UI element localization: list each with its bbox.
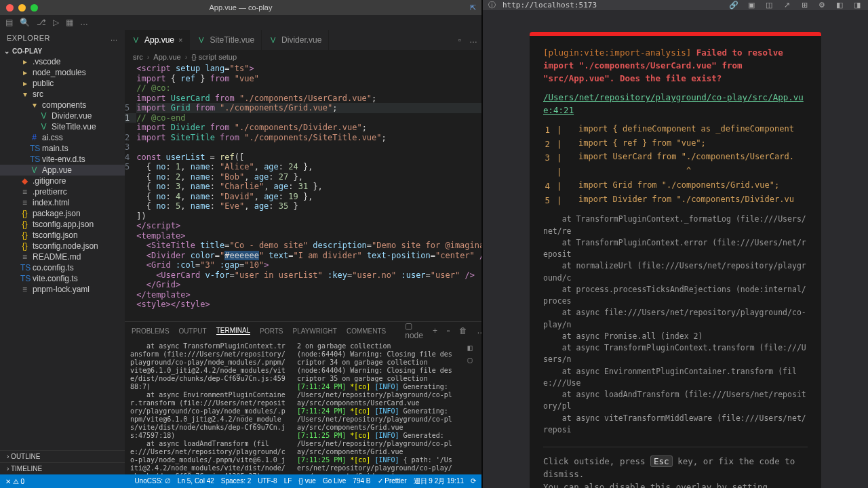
css-icon: # — [30, 133, 39, 142]
tree-item-pnpm-lock-yaml[interactable]: ≡pnpm-lock.yaml — [0, 284, 125, 295]
tree-item-SiteTitle-vue[interactable]: VSiteTitle.vue — [0, 121, 125, 132]
tree-item-public[interactable]: ▸public — [0, 78, 125, 89]
add-terminal-icon[interactable]: + — [433, 326, 437, 336]
tab-SiteTitle-vue[interactable]: VSiteTitle.vue — [190, 30, 262, 50]
status-item[interactable]: Spaces: 2 — [221, 477, 251, 485]
code-body[interactable]: <script setup lang="ts"> import { ref } … — [136, 64, 481, 321]
url-bar[interactable]: http://localhost:5173 — [502, 1, 722, 9]
shell-select[interactable]: ▢ node — [405, 321, 423, 340]
status-item[interactable]: UnoCSS: ∅ — [134, 477, 170, 485]
terminal-split-icon[interactable]: ▢ — [467, 356, 472, 364]
tree-item-tsconfig-json[interactable]: {}tsconfig.json — [0, 230, 125, 241]
branch-icon[interactable]: ⎇ — [37, 18, 46, 27]
layout-icon[interactable]: ⇱ — [470, 3, 481, 12]
tree-item-vite-env-d-ts[interactable]: TSvite-env.d.ts — [0, 154, 125, 165]
extensions-icon[interactable]: ▦ — [66, 18, 73, 27]
layout-right-icon[interactable]: ◨ — [852, 1, 863, 9]
panel-tab-comments[interactable]: COMMENTS — [347, 327, 386, 335]
window-controls[interactable] — [0, 4, 38, 12]
tree-item-src[interactable]: ▾src — [0, 89, 125, 100]
grid-icon[interactable]: ⊞ — [799, 1, 810, 9]
tree-item-node_modules[interactable]: ▸node_modules — [0, 67, 125, 78]
close-window-icon[interactable] — [6, 4, 14, 12]
explorer-panel: EXPLORER … ⌄ CO-PLAY ▸.vscode▸node_modul… — [0, 30, 125, 474]
tree-item-README-md[interactable]: ≡README.md — [0, 251, 125, 262]
status-item[interactable]: 週日 9 2月 19:11 — [414, 477, 464, 485]
tree-item-tsconfig-app-json[interactable]: {}tsconfig.app.json — [0, 219, 125, 230]
status-item[interactable]: LF — [284, 477, 292, 485]
panel-tab-playwright[interactable]: PLAYWRIGHT — [293, 327, 337, 335]
tree-item-tsconfig-node-json[interactable]: {}tsconfig.node.json — [0, 241, 125, 251]
explorer-title: EXPLORER — [7, 34, 50, 42]
titlebar: App.vue — co-play ⇱ — [0, 0, 481, 15]
tree-item-Divider-vue[interactable]: VDivider.vue — [0, 110, 125, 121]
ts-icon: TS — [20, 274, 29, 283]
trash-icon[interactable]: 🗑 — [459, 326, 467, 336]
status-item[interactable]: ⟳ — [471, 477, 476, 485]
vue-icon: V — [30, 165, 39, 175]
status-item[interactable]: UTF-8 — [258, 477, 277, 485]
settings-icon[interactable]: ⚙ — [816, 1, 827, 9]
terminal-output-right[interactable]: 2 on garbage collection (node:64404) War… — [297, 342, 454, 472]
tree-item-index-html[interactable]: ≡index.html — [0, 197, 125, 208]
status-item[interactable]: ✓ Prettier — [378, 477, 407, 485]
maximize-window-icon[interactable] — [31, 4, 38, 12]
git-icon: ◆ — [20, 176, 29, 186]
tree-item-vite-config-ts[interactable]: TSvite.config.ts — [0, 273, 125, 284]
devtools-icon[interactable]: ▣ — [746, 1, 757, 9]
explorer-more-icon[interactable]: … — [111, 34, 119, 42]
tree-item-ai-css[interactable]: #ai.css — [0, 132, 125, 143]
close-icon[interactable]: × — [178, 36, 182, 44]
tab-Divider-vue[interactable]: VDivider.vue — [262, 30, 329, 50]
error-stack: at TransformPluginContext._formatLog (fi… — [543, 214, 808, 436]
breadcrumb[interactable]: src › App.vue › {} script setup — [125, 50, 481, 64]
tree-item-components[interactable]: ▾components — [0, 100, 125, 110]
line-gutter: 5 1 2 3 4 5 — [125, 64, 136, 321]
panel-tab-ports[interactable]: PORTS — [260, 327, 283, 335]
tab-App-vue[interactable]: VApp.vue× — [125, 30, 190, 50]
open-icon[interactable]: ↗ — [781, 1, 792, 9]
more-icon[interactable]: … — [465, 30, 481, 50]
panel-tab-terminal[interactable]: TERMINAL — [216, 327, 251, 335]
status-item[interactable]: 794 B — [353, 477, 370, 485]
outline-section[interactable]: › OUTLINE — [0, 450, 125, 462]
link-icon[interactable]: 🔗 — [728, 1, 739, 9]
status-left[interactable]: ✕ ⚠ 0 — [5, 478, 24, 485]
panel-tab-problems[interactable]: PROBLEMS — [132, 327, 170, 335]
split-terminal-icon[interactable]: ▫ — [447, 326, 450, 336]
project-header[interactable]: ⌄ CO-PLAY — [0, 46, 125, 56]
status-item[interactable]: Ln 5, Col 42 — [178, 477, 214, 485]
browser-pane: ⓘ http://localhost:5173 🔗 ▣ ◫ ↗ ⊞ ⚙ ◧ ◨ … — [481, 0, 868, 488]
info-icon[interactable]: ⓘ — [488, 0, 496, 10]
tree-item-co-config-ts[interactable]: TSco.config.ts — [0, 262, 125, 273]
debug-icon[interactable]: ▷ — [53, 18, 59, 27]
tree-item-main-ts[interactable]: TSmain.ts — [0, 143, 125, 154]
status-item[interactable]: {} vue — [298, 477, 316, 485]
screenshot-icon[interactable]: ◫ — [764, 1, 774, 9]
vscode-window: App.vue — co-play ⇱ ▤ 🔍 ⎇ ▷ ▦ … EXPLORER… — [0, 0, 481, 488]
txt-icon: ≡ — [20, 285, 29, 294]
tree-item--gitignore[interactable]: ◆.gitignore — [0, 176, 125, 186]
tree-item-App-vue[interactable]: VApp.vue — [0, 165, 125, 176]
txt-icon: ≡ — [20, 187, 29, 197]
file-icon[interactable]: ▤ — [5, 18, 13, 27]
tree-item--vscode[interactable]: ▸.vscode — [0, 56, 125, 67]
timeline-section[interactable]: › TIMELINE — [0, 462, 125, 474]
tree-item--prettierrc[interactable]: ≡.prettierrc — [0, 186, 125, 197]
split-editor-icon[interactable]: ▫ — [454, 30, 465, 50]
panel-tab-output[interactable]: OUTPUT — [179, 327, 207, 335]
chevron-down-icon: ⌄ — [4, 47, 9, 55]
activity-toolbar: ▤ 🔍 ⎇ ▷ ▦ … — [0, 15, 481, 30]
layout-left-icon[interactable]: ◧ — [834, 1, 845, 9]
browser-viewport[interactable]: [plugin:vite:import-analysis] Failed to … — [483, 10, 868, 488]
search-icon[interactable]: 🔍 — [20, 18, 30, 27]
minimize-window-icon[interactable] — [18, 4, 26, 12]
status-item[interactable]: Go Live — [323, 477, 346, 485]
error-file-link[interactable]: /Users/net/repository/playground/co-play… — [543, 92, 808, 117]
folder-icon: ▾ — [20, 89, 29, 99]
terminal-output-left[interactable]: at async TransformPluginContext.transfor… — [130, 342, 288, 472]
tree-item-package-json[interactable]: {}package.json — [0, 208, 125, 219]
more-icon[interactable]: … — [80, 18, 88, 27]
code-editor[interactable]: 5 1 2 3 4 5 <script setup lang="ts"> imp… — [125, 64, 481, 321]
terminal-add-icon[interactable]: ◧ — [467, 344, 472, 352]
